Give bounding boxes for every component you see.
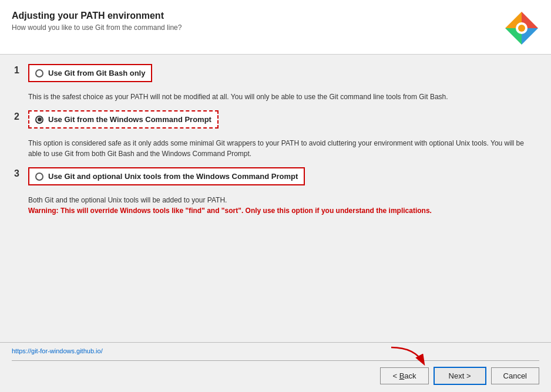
option-3-number: 3	[14, 168, 22, 179]
dialog-subtitle: How would you like to use Git from the c…	[12, 23, 182, 32]
option-2-number: 2	[14, 111, 22, 122]
header-section: Adjusting your PATH environment How woul…	[0, 0, 551, 55]
footer-section: https://git-for-windows.github.io/ < Bac…	[0, 342, 551, 392]
option-1-label: Use Git from Git Bash only	[48, 69, 145, 77]
dialog-title: Adjusting your PATH environment	[12, 11, 182, 21]
option-3-label: Use Git and optional Unix tools from the…	[48, 172, 298, 181]
option-3-warning: Warning: This will override Windows tool…	[28, 207, 432, 215]
next-button-container: Next >	[434, 367, 486, 385]
svg-point-5	[518, 25, 525, 32]
option-3-section: 3 Use Git and optional Unix tools from t…	[14, 167, 537, 216]
option-3-radio[interactable]	[35, 173, 43, 181]
option-2-description: This option is considered safe as it onl…	[28, 138, 537, 159]
content-section: 1 Use Git from Git Bash only This is the…	[0, 55, 551, 342]
option-1-row: 1 Use Git from Git Bash only	[14, 64, 537, 82]
option-3-description: Both Git and the optional Unix tools wil…	[28, 195, 537, 216]
back-label: B	[399, 371, 405, 380]
option-3-box[interactable]: Use Git and optional Unix tools from the…	[28, 167, 305, 185]
option-2-row: 2 Use Git from the Windows Command Promp…	[14, 110, 537, 129]
option-1-box[interactable]: Use Git from Git Bash only	[28, 64, 152, 82]
next-button[interactable]: Next >	[434, 367, 486, 385]
option-1-section: 1 Use Git from Git Bash only This is the…	[14, 64, 537, 102]
footer-link[interactable]: https://git-for-windows.github.io/	[12, 347, 539, 354]
option-2-box[interactable]: Use Git from the Windows Command Prompt	[28, 110, 219, 129]
option-1-description: This is the safest choice as your PATH w…	[28, 92, 537, 102]
git-logo	[504, 11, 539, 46]
option-1-radio[interactable]	[35, 69, 43, 77]
option-2-radio[interactable]	[35, 116, 43, 124]
footer-divider	[12, 360, 539, 361]
option-3-row: 3 Use Git and optional Unix tools from t…	[14, 167, 537, 185]
option-2-section: 2 Use Git from the Windows Command Promp…	[14, 110, 537, 159]
option-1-number: 1	[14, 65, 22, 76]
footer-buttons: < Back Next > Cancel	[12, 367, 539, 385]
next-label: Next >	[449, 371, 471, 380]
back-button[interactable]: < Back	[380, 367, 428, 384]
dialog-window: Adjusting your PATH environment How woul…	[0, 0, 551, 392]
cancel-label: Cancel	[503, 371, 527, 380]
header-text-block: Adjusting your PATH environment How woul…	[12, 11, 182, 32]
option-2-label: Use Git from the Windows Command Prompt	[48, 115, 211, 124]
cancel-button[interactable]: Cancel	[491, 367, 539, 384]
